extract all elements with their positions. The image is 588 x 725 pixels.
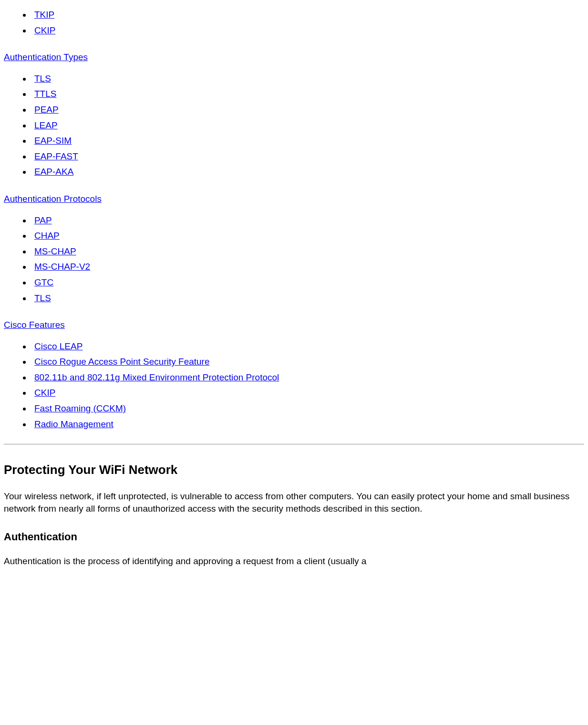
link-eap-fast[interactable]: EAP-FAST [34,151,78,161]
list-item: EAP-SIM [31,135,584,147]
link-tls-2[interactable]: TLS [34,293,51,303]
list-item: Radio Management [31,418,584,431]
link-ttls[interactable]: TTLS [34,89,56,99]
list-item: PEAP [31,104,584,116]
link-ckip-2[interactable]: CKIP [34,388,55,398]
authentication-types-list: TLS TTLS PEAP LEAP EAP-SIM EAP-FAST EAP-… [4,73,584,179]
link-pap[interactable]: PAP [34,215,52,225]
section-heading-link: Authentication Types [4,51,584,64]
divider [4,444,584,445]
list-item: CKIP [31,24,584,37]
authentication-protocols-list: PAP CHAP MS-CHAP MS-CHAP-V2 GTC TLS [4,214,584,305]
link-chap[interactable]: CHAP [34,231,60,241]
heading-protecting-wifi: Protecting Your WiFi Network [4,461,584,478]
link-tkip[interactable]: TKIP [34,10,54,20]
list-item: Cisco Rogue Access Point Security Featur… [31,356,584,368]
link-radio-management[interactable]: Radio Management [34,419,113,429]
list-item: TTLS [31,88,584,101]
list-item: 802.11b and 802.11g Mixed Environment Pr… [31,371,584,384]
link-eap-aka[interactable]: EAP-AKA [34,167,73,177]
link-cisco-features[interactable]: Cisco Features [4,320,65,330]
list-item: MS-CHAP [31,245,584,258]
link-authentication-types[interactable]: Authentication Types [4,52,88,62]
list-item: TLS [31,292,584,305]
cisco-features-list: Cisco LEAP Cisco Rogue Access Point Secu… [4,340,584,431]
link-mixed-env-protection[interactable]: 802.11b and 802.11g Mixed Environment Pr… [34,372,279,382]
section-heading-link: Authentication Protocols [4,193,584,206]
link-ms-chap-v2[interactable]: MS-CHAP-V2 [34,262,90,272]
list-item: GTC [31,276,584,289]
link-authentication-protocols[interactable]: Authentication Protocols [4,194,102,204]
link-ckip[interactable]: CKIP [34,25,55,35]
list-item: TLS [31,73,584,85]
list-item: CKIP [31,387,584,399]
list-item: Fast Roaming (CCKM) [31,402,584,415]
section-heading-link: Cisco Features [4,319,584,332]
link-gtc[interactable]: GTC [34,277,53,287]
link-peap[interactable]: PEAP [34,105,59,115]
link-cisco-leap[interactable]: Cisco LEAP [34,341,83,351]
list-item: EAP-FAST [31,150,584,163]
list-item: EAP-AKA [31,166,584,179]
list-item: MS-CHAP-V2 [31,261,584,273]
paragraph-intro: Your wireless network, if left unprotect… [4,490,584,515]
list-item: TKIP [31,9,584,21]
link-ms-chap[interactable]: MS-CHAP [34,246,76,256]
link-tls[interactable]: TLS [34,74,51,84]
top-list: TKIP CKIP [4,9,584,37]
list-item: LEAP [31,119,584,132]
link-eap-sim[interactable]: EAP-SIM [34,136,72,146]
list-item: CHAP [31,230,584,242]
list-item: Cisco LEAP [31,340,584,353]
link-leap[interactable]: LEAP [34,120,58,130]
link-cisco-rogue-ap[interactable]: Cisco Rogue Access Point Security Featur… [34,357,210,367]
list-item: PAP [31,214,584,227]
paragraph-authentication: Authentication is the process of identif… [4,555,584,568]
link-fast-roaming[interactable]: Fast Roaming (CCKM) [34,403,126,413]
heading-authentication: Authentication [4,530,584,545]
